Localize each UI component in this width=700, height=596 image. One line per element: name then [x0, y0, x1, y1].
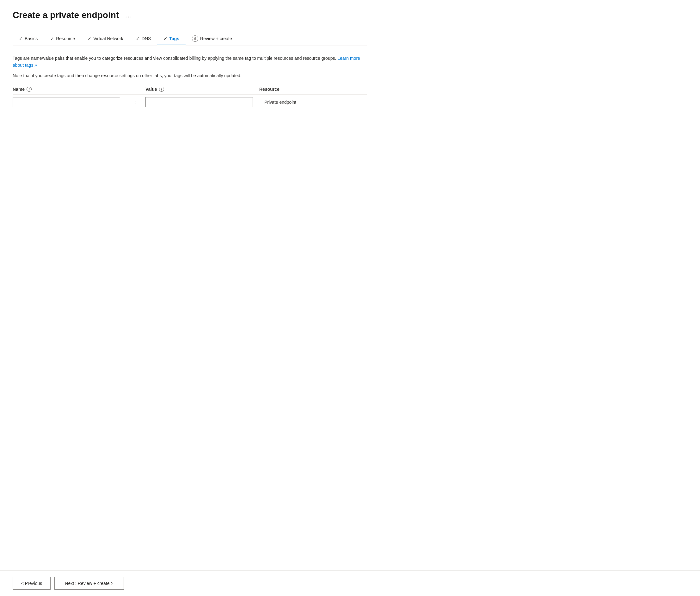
wizard-tabs: ✓ Basics ✓ Resource ✓ Virtual Network ✓ … [12, 32, 367, 46]
col-header-name: Name i [12, 87, 127, 92]
description-text-1: Tags are name/value pairs that enable yo… [12, 55, 367, 69]
page-title: Create a private endpoint [12, 10, 119, 20]
next-button[interactable]: Next : Review + create > [54, 577, 124, 590]
info-icon-name[interactable]: i [27, 87, 32, 92]
colon-separator: : [127, 100, 146, 105]
note-text: Note that if you create tags and then ch… [12, 72, 367, 79]
tab-review-create-label: Review + create [200, 36, 232, 41]
tags-table-header: Name i Value i Resource [12, 87, 367, 95]
tags-table: Name i Value i Resource : Private endpoi… [12, 87, 367, 110]
tag-name-input[interactable] [12, 97, 120, 107]
previous-button[interactable]: < Previous [12, 577, 51, 590]
tab-review-create[interactable]: 6 Review + create [186, 32, 238, 46]
check-icon-dns: ✓ [136, 36, 140, 41]
description-block: Tags are name/value pairs that enable yo… [12, 55, 367, 79]
tab-resource-label: Resource [56, 36, 75, 41]
external-link-icon: ↗ [34, 64, 37, 67]
tab-virtual-network[interactable]: ✓ Virtual Network [81, 32, 130, 45]
tab-dns-label: DNS [141, 36, 151, 41]
tab-tags-label: Tags [169, 36, 179, 41]
tab-resource[interactable]: ✓ Resource [44, 32, 81, 45]
check-icon-basics: ✓ [19, 36, 23, 41]
tab-basics[interactable]: ✓ Basics [12, 32, 44, 45]
check-icon-virtual-network: ✓ [87, 36, 92, 41]
tag-resource-text: Private endpoint [259, 100, 367, 105]
info-icon-value[interactable]: i [159, 87, 164, 92]
tab-tags[interactable]: ✓ Tags [157, 32, 186, 45]
tab-basics-label: Basics [25, 36, 37, 41]
tag-value-input[interactable] [146, 97, 253, 107]
step-circle-review: 6 [192, 35, 198, 42]
col-header-value: Value i [146, 87, 259, 92]
tab-dns[interactable]: ✓ DNS [130, 32, 157, 45]
table-row: : Private endpoint [12, 95, 367, 110]
col-header-resource: Resource [259, 87, 367, 92]
footer: < Previous Next : Review + create > [0, 570, 700, 596]
check-icon-tags: ✓ [163, 36, 167, 41]
check-icon-resource: ✓ [50, 36, 54, 41]
ellipsis-button[interactable]: ... [123, 10, 135, 20]
tab-virtual-network-label: Virtual Network [93, 36, 123, 41]
